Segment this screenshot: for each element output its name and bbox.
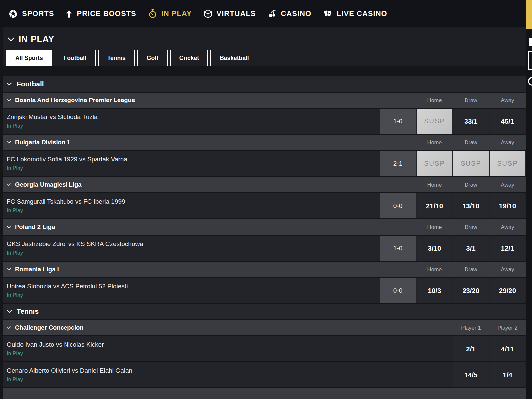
- match-row[interactable]: Genaro Alberto Olivieri vs Daniel Elahi …: [3, 362, 526, 387]
- match-info: FC Lokomotiv Sofia 1929 vs Spartak Varna…: [3, 151, 127, 176]
- column-label: Away: [490, 224, 525, 230]
- column-label: Away: [490, 182, 525, 188]
- odds-column-labels: HomeDrawAway: [380, 219, 525, 235]
- match-info: GKS Jastrzebie Zdroj vs KS SKRA Czestoch…: [3, 236, 143, 261]
- odds-cell[interactable]: 2/1: [453, 336, 489, 361]
- sport-section-header[interactable]: Tennis: [3, 304, 526, 319]
- match-teams: Zrinjski Mostar vs Sloboda Tuzla: [7, 113, 98, 121]
- column-label: Home: [417, 97, 452, 103]
- league-name: Romania Liga I: [15, 266, 59, 273]
- league-header-left: Challenger Concepcion: [7, 324, 84, 331]
- league-header-left: Bosnia And Herzegovina Premier League: [7, 97, 135, 104]
- match-info: Zrinjski Mostar vs Sloboda TuzlaIn Play: [3, 109, 98, 134]
- page-title-row: IN PLAY: [3, 34, 526, 44]
- in-play-status: In Play: [7, 250, 143, 256]
- odds-cell[interactable]: 21/10: [417, 193, 452, 218]
- league-header-left: Bulgaria Division 1: [7, 139, 70, 146]
- chevron-down-icon: [7, 268, 11, 271]
- column-label: Draw: [453, 139, 489, 146]
- odds-cell[interactable]: 23/20: [453, 278, 489, 303]
- league-name: Bulgaria Division 1: [15, 139, 70, 146]
- column-label: Draw: [453, 182, 489, 188]
- filter-all-sports[interactable]: All Sports: [6, 50, 52, 66]
- match-row[interactable]: FC Lokomotiv Sofia 1929 vs Spartak Varna…: [3, 151, 526, 176]
- chevron-down-icon[interactable]: [7, 37, 15, 42]
- in-play-status: In Play: [7, 208, 125, 214]
- odds-cell[interactable]: 14/5: [453, 362, 489, 387]
- match-odds: 0-021/1013/1019/10: [380, 193, 525, 218]
- filter-football[interactable]: Football: [55, 50, 96, 66]
- nav-item-sports[interactable]: SPORTS: [9, 9, 54, 18]
- league-header[interactable]: Challenger ConcepcionPlayer 1Player 2: [3, 320, 526, 335]
- in-play-header-block: IN PLAY All Sports Football Tennis Golf …: [3, 27, 526, 66]
- column-label: Player 1: [453, 325, 489, 331]
- sport-filter-bar: All Sports Football Tennis Golf Cricket …: [3, 50, 526, 66]
- sport-section-title: Football: [17, 80, 44, 88]
- match-row[interactable]: Unirea Slobozia vs ACS Petrolul 52 Ploie…: [3, 278, 526, 303]
- filter-tennis[interactable]: Tennis: [98, 50, 135, 66]
- score-cell: 0-0: [380, 193, 416, 218]
- nav-label-virtuals: VIRTUALS: [217, 9, 256, 18]
- odds-cell[interactable]: 45/1: [490, 109, 525, 134]
- main-content: IN PLAY All Sports Football Tennis Golf …: [3, 27, 526, 399]
- league-header[interactable]: Bosnia And Herzegovina Premier LeagueHom…: [3, 93, 526, 108]
- edge-widget-bar: [529, 38, 532, 46]
- column-label: Draw: [453, 266, 489, 273]
- odds-cell[interactable]: 1/4: [490, 362, 525, 387]
- betslip-edge-panel: [526, 0, 532, 399]
- cube-icon: [204, 9, 212, 18]
- match-row[interactable]: GKS Jastrzebie Zdroj vs KS SKRA Czestoch…: [3, 236, 526, 261]
- match-odds: 0-010/323/2029/20: [380, 278, 525, 303]
- column-label: Home: [417, 139, 452, 146]
- odds-cell[interactable]: 3/1: [453, 236, 489, 261]
- match-row[interactable]: FC Samgurali Tskaltubo vs FC Iberia 1999…: [3, 193, 526, 218]
- filter-golf[interactable]: Golf: [137, 50, 168, 66]
- league-header[interactable]: Romania Liga IHomeDrawAway: [3, 262, 526, 277]
- odds-column-labels: HomeDrawAway: [380, 93, 525, 108]
- match-odds: 2/14/11: [380, 336, 525, 361]
- odds-cell[interactable]: 33/1: [453, 109, 489, 134]
- odds-cell[interactable]: 3/10: [417, 236, 452, 261]
- odds-cell[interactable]: 4/11: [490, 336, 525, 361]
- column-label: Draw: [453, 97, 489, 103]
- nav-item-live-casino[interactable]: LIVE CASINO: [323, 9, 387, 18]
- league-header[interactable]: Bulgaria Division 1HomeDrawAway: [3, 135, 526, 150]
- football-icon: [9, 9, 18, 18]
- match-info: FC Samgurali Tskaltubo vs FC Iberia 1999…: [3, 193, 125, 218]
- nav-item-in-play[interactable]: IN PLAY: [148, 9, 192, 18]
- odds-cell[interactable]: 10/3: [417, 278, 452, 303]
- odds-cell[interactable]: 19/10: [490, 193, 525, 218]
- league-header[interactable]: Poland 2 LigaHomeDrawAway: [3, 219, 526, 235]
- suspended-odds-cell: SUSP: [490, 151, 525, 176]
- chevron-down-icon: [7, 141, 11, 144]
- sport-section-header[interactable]: Football: [3, 76, 526, 92]
- nav-label-casino: CASINO: [281, 9, 312, 18]
- chevron-down-icon: [7, 226, 11, 228]
- league-header[interactable]: Georgia Umaglesi LigaHomeDrawAway: [3, 177, 526, 192]
- match-odds: 1-0SUSP33/145/1: [380, 109, 525, 134]
- score-cell: 1-0: [380, 236, 416, 261]
- suspended-odds-cell: SUSP: [453, 151, 489, 176]
- match-info: Genaro Alberto Olivieri vs Daniel Elahi …: [3, 362, 132, 387]
- odds-cell[interactable]: 13/10: [453, 193, 489, 218]
- odds-cell[interactable]: 29/20: [490, 278, 525, 303]
- filter-basketball[interactable]: Basketball: [210, 50, 258, 66]
- sport-section-title: Tennis: [17, 307, 39, 315]
- match-row[interactable]: Guido Ivan Justo vs Nicolas KickerIn Pla…: [3, 336, 526, 361]
- match-teams: Genaro Alberto Olivieri vs Daniel Elahi …: [7, 367, 132, 374]
- betslip-tab-cutoff[interactable]: [526, 0, 532, 29]
- odds-cell[interactable]: 12/1: [490, 236, 525, 261]
- column-label: Home: [417, 266, 452, 273]
- chevron-down-icon: [7, 183, 11, 186]
- odds-column-labels: HomeDrawAway: [380, 262, 525, 277]
- chevron-down-icon: [7, 99, 11, 101]
- match-teams: Guido Ivan Justo vs Nicolas Kicker: [7, 341, 104, 348]
- match-teams: GKS Jastrzebie Zdroj vs KS SKRA Czestoch…: [7, 240, 143, 248]
- in-play-status: In Play: [7, 292, 128, 298]
- cherries-icon: [268, 9, 277, 18]
- match-row[interactable]: Zrinjski Mostar vs Sloboda TuzlaIn Play1…: [3, 109, 526, 134]
- nav-item-price-boosts[interactable]: PRICE BOOSTS: [66, 9, 136, 18]
- nav-item-virtuals[interactable]: VIRTUALS: [204, 9, 256, 18]
- filter-cricket[interactable]: Cricket: [170, 50, 208, 66]
- nav-item-casino[interactable]: CASINO: [268, 9, 312, 18]
